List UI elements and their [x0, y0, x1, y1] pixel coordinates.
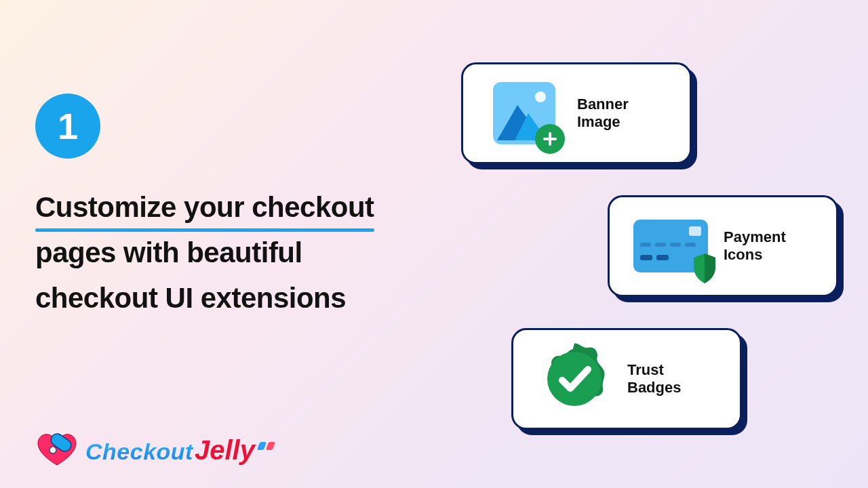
- headline-line-2: pages with beautiful: [35, 237, 302, 268]
- plus-icon: [535, 124, 565, 154]
- feature-label: Payment Icons: [724, 228, 816, 264]
- checkout-jelly-logo: Checkout Jelly: [35, 432, 273, 468]
- credit-card-shield-icon: [630, 220, 711, 272]
- feature-card-trust: Trust Badges: [511, 328, 742, 430]
- svg-point-0: [547, 352, 601, 406]
- feature-card-banner: Banner Image: [461, 62, 692, 164]
- feature-card-payment: Payment Icons: [608, 195, 838, 297]
- feature-label: Banner Image: [577, 96, 669, 131]
- verified-badge-icon: [534, 342, 615, 416]
- headline-line-1: Customize your checkout: [35, 184, 374, 230]
- logo-word-1: Checkout: [85, 439, 193, 465]
- image-add-icon: [484, 82, 565, 144]
- headline-line-3: checkout UI extensions: [35, 282, 346, 314]
- heart-pill-icon: [35, 432, 79, 468]
- step-number: 1: [58, 108, 78, 144]
- sparkle-icon: [256, 441, 274, 453]
- logo-word-2: Jelly: [195, 435, 255, 466]
- logo-text: Checkout Jelly: [85, 435, 273, 466]
- svg-point-2: [50, 447, 56, 453]
- feature-label: Trust Badges: [627, 361, 719, 396]
- headline: Customize your checkout pages with beaut…: [35, 184, 442, 321]
- step-badge: 1: [35, 94, 100, 159]
